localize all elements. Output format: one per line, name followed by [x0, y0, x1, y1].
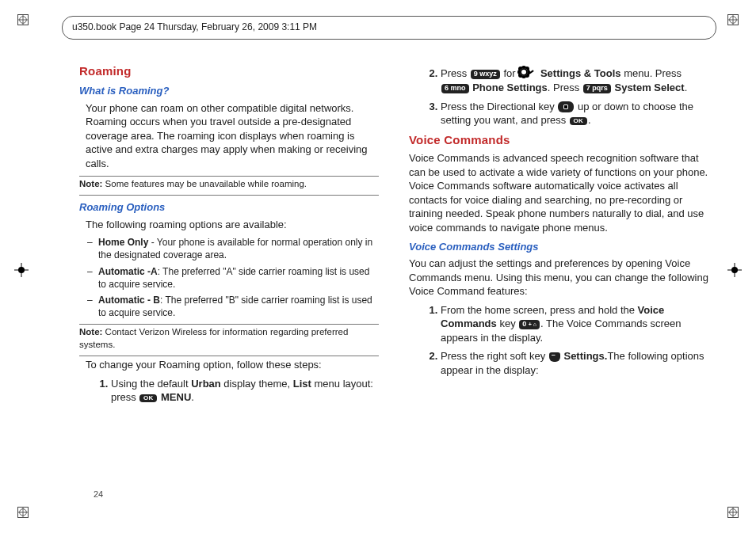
steps-list-left: Using the default Urban display theme, L… — [79, 377, 379, 405]
crop-mark-icon — [727, 263, 742, 277]
list-item: Automatic - B: The preferred "B" side ca… — [98, 294, 379, 319]
subheading-what-is-roaming: What is Roaming? — [79, 84, 379, 98]
column-left: Roaming What is Roaming? Your phone can … — [79, 63, 379, 500]
step-text: . — [191, 391, 194, 403]
paragraph-roaming-intro: Your phone can roam on other compatible … — [79, 101, 379, 171]
step-text: for — [501, 67, 518, 79]
note-label: Note: — [79, 179, 102, 188]
menu-label: MENU — [161, 391, 191, 403]
crop-mark-icon — [17, 507, 29, 518]
step-text: display theme, — [221, 378, 293, 390]
page-number: 24 — [94, 489, 103, 499]
bold-text: Phone Settings — [472, 82, 548, 93]
right-soft-key-icon — [549, 352, 560, 362]
column-right: Press 9 wxyz for Settings & Tools menu. … — [409, 63, 708, 500]
paragraph-vcs-intro: You can adjust the settings and preferen… — [409, 257, 708, 299]
step-text: . Press — [548, 82, 582, 93]
step-item: From the home screen, press and hold the… — [441, 303, 708, 345]
step-text: . — [685, 82, 688, 93]
header-stamp: u350.book Page 24 Thursday, February 26,… — [62, 16, 716, 40]
phone-settings-label: Phone Settings — [472, 82, 548, 93]
subheading-roaming-options: Roaming Options — [79, 200, 379, 215]
list-item: Home Only - Your phone is available for … — [98, 236, 379, 261]
settings-tools-icon — [520, 66, 536, 80]
roaming-options-list: Home Only - Your phone is available for … — [79, 236, 379, 319]
crop-mark-icon — [14, 263, 29, 277]
nine-key-icon: 9 wxyz — [471, 70, 500, 79]
crop-mark-icon — [727, 14, 739, 25]
bold-text: Settings. — [563, 350, 607, 362]
note-text: Some features may be unavailable while r… — [102, 179, 307, 188]
paragraph-change-intro: To change your Roaming option, follow th… — [79, 358, 379, 372]
step-item: Press the Directional key up or down to … — [441, 100, 708, 127]
step-item: Using the default Urban display theme, L… — [111, 377, 379, 405]
note-roaming-features: Note: Some features may be unavailable w… — [79, 178, 379, 191]
step-item: Press the right soft key Settings.The fo… — [441, 349, 708, 377]
steps-list-right-top: Press 9 wxyz for Settings & Tools menu. … — [409, 67, 708, 127]
directional-key-icon — [558, 101, 574, 112]
divider — [79, 356, 379, 356]
heading-roaming: Roaming — [79, 63, 379, 79]
subheading-vc-settings: Voice Commands Settings — [409, 240, 708, 254]
step-text: . — [588, 114, 591, 126]
heading-voice-commands: Voice Commands — [409, 132, 708, 148]
note-text: Contact Verizon Wireless for information… — [79, 327, 348, 349]
step-text: Press the Directional key — [441, 101, 557, 112]
bold-text: List — [293, 378, 311, 390]
crop-mark-icon — [17, 14, 29, 25]
divider — [79, 195, 379, 196]
step-text: Using the default — [111, 378, 191, 390]
bold-text: System Select — [614, 82, 684, 93]
paragraph-options-intro: The following roaming options are availa… — [79, 218, 379, 232]
step-text: menu. Press — [621, 67, 682, 79]
option-name: Automatic -A — [98, 266, 158, 277]
steps-list-vcs: From the home screen, press and hold the… — [409, 303, 708, 378]
crop-mark-icon — [727, 507, 739, 518]
note-label: Note: — [79, 327, 102, 337]
bold-text: Urban — [191, 378, 221, 390]
divider — [79, 324, 379, 325]
ok-key-icon: OK — [139, 394, 157, 403]
bold-text: Settings & Tools — [540, 67, 621, 79]
option-name: Home Only — [98, 237, 148, 248]
divider — [79, 176, 379, 177]
option-name: Automatic - B — [98, 295, 160, 306]
six-key-icon: 6 mno — [441, 84, 469, 93]
step-text: Press — [441, 67, 470, 79]
list-item: Automatic -A: The preferred "A" side car… — [98, 265, 379, 291]
ok-key-icon: OK — [570, 117, 587, 126]
key-digit: 0 — [522, 320, 529, 328]
step-text: key — [497, 318, 518, 329]
settings-label: Settings. — [563, 350, 607, 362]
key-subtext: + ⌂ — [529, 321, 536, 327]
zero-key-icon: 0 + ⌂ — [519, 320, 540, 329]
paragraph-vc-intro: Voice Commands is advanced speech recogn… — [409, 151, 708, 234]
note-verizon: Note: Contact Verizon Wireless for infor… — [79, 326, 379, 351]
seven-key-icon: 7 pqrs — [583, 84, 611, 93]
bold-text: MENU — [161, 391, 191, 403]
step-text: Press the right soft key — [441, 350, 548, 362]
page-body: Roaming What is Roaming? Your phone can … — [79, 63, 708, 500]
step-item: Press 9 wxyz for Settings & Tools menu. … — [441, 67, 708, 95]
step-text: From the home screen, press and hold the — [441, 304, 638, 316]
system-select-label: System Select — [614, 82, 684, 93]
